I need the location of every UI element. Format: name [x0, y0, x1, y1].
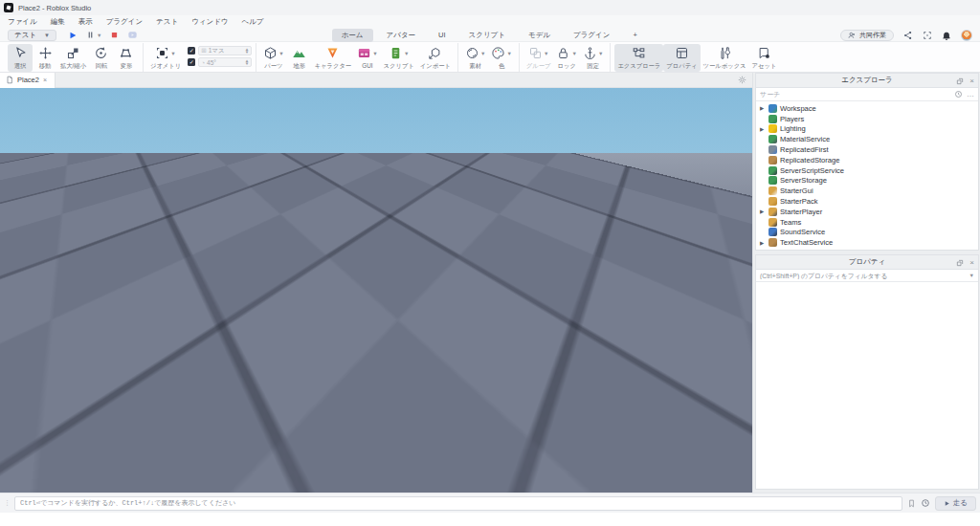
spawn-platform[interactable]: [285, 252, 461, 360]
script-button[interactable]: ▼ スクリプト: [381, 44, 417, 72]
scale-tool-button[interactable]: 拡大/縮小: [57, 44, 89, 72]
command-input[interactable]: [14, 496, 902, 511]
material-sphere-icon: [465, 46, 479, 60]
close-panel-icon[interactable]: ×: [969, 258, 974, 267]
document-icon: [6, 76, 13, 84]
collaborate-button[interactable]: 共同作業: [840, 30, 894, 41]
gui-button[interactable]: ▼ GUI: [354, 44, 380, 70]
explorer-item-startergui[interactable]: ▶ StarterGui: [756, 186, 978, 196]
tab-ui[interactable]: UI: [429, 29, 456, 41]
expand-arrow-icon[interactable]: ▶: [760, 105, 766, 111]
instance-class-icon: [768, 186, 777, 195]
material-button[interactable]: ▼ 素材: [462, 44, 488, 72]
close-tab-icon[interactable]: ×: [43, 77, 47, 83]
explorer-item-players[interactable]: ▶ Players: [756, 114, 978, 124]
menu-item[interactable]: ファイル: [8, 17, 37, 27]
anchor-button[interactable]: ▼ 固定: [580, 44, 606, 72]
close-panel-icon[interactable]: ×: [969, 77, 974, 85]
import-button[interactable]: インポート: [417, 44, 454, 72]
ribbon-tab-strip: ホームアバターUIスクリプトモデルプラグイン+: [332, 29, 647, 42]
transform-tool-button[interactable]: 変形: [114, 44, 139, 72]
explorer-item-serverscriptservice[interactable]: ▶ ServerScriptService: [756, 165, 978, 176]
tab-plugins[interactable]: プラグイン: [564, 29, 619, 42]
history-icon[interactable]: [921, 498, 930, 508]
move-tool-button[interactable]: 移動: [33, 44, 57, 72]
properties-panel-button[interactable]: プロパティ: [663, 44, 700, 72]
properties-filter-input[interactable]: [760, 273, 969, 279]
explorer-item-workspace[interactable]: ▶ Workspace: [756, 103, 978, 114]
tab-add[interactable]: +: [623, 29, 646, 41]
bookmark-icon[interactable]: [907, 499, 916, 508]
menu-item[interactable]: 編集: [51, 17, 65, 27]
tab-home[interactable]: ホーム: [332, 29, 373, 42]
stop-button[interactable]: [110, 31, 119, 39]
expand-arrow-icon[interactable]: ▶: [760, 208, 766, 214]
menu-item[interactable]: ウィンドウ: [191, 17, 228, 27]
more-options-icon[interactable]: …: [967, 93, 974, 97]
chevron-down-icon[interactable]: ▼: [969, 273, 974, 278]
test-mode-dropdown[interactable]: テスト▼: [8, 30, 56, 41]
explorer-panel-header[interactable]: エクスプローラ ×: [756, 74, 978, 88]
explorer-item-serverstorage[interactable]: ▶ ServerStorage: [756, 176, 978, 186]
explorer-item-starterplayer[interactable]: ▶ StarterPlayer: [756, 207, 978, 217]
menu-item[interactable]: テスト: [156, 17, 178, 27]
instance-class-icon: [768, 156, 777, 164]
float-panel-icon[interactable]: [956, 77, 964, 85]
character-button[interactable]: キャラクター: [312, 44, 355, 72]
scale-icon: [66, 46, 80, 60]
color-button[interactable]: ▼ 色: [488, 44, 514, 72]
notifications-bell-icon[interactable]: [942, 31, 951, 40]
viewport-3d[interactable]: [0, 88, 752, 493]
geometry-button[interactable]: ▼ ジオメトリ: [147, 44, 184, 72]
float-panel-icon[interactable]: [956, 259, 964, 267]
explorer-item-textchatservice[interactable]: ▶ TextChatService: [756, 237, 978, 248]
tab-script[interactable]: スクリプト: [459, 29, 515, 42]
expand-arrow-icon[interactable]: ▶: [760, 126, 766, 132]
explorer-item-soundservice[interactable]: ▶ SoundService: [756, 228, 978, 238]
group-button[interactable]: ▼ グループ: [523, 44, 554, 72]
explorer-item-materialservice[interactable]: ▶ MaterialService: [756, 134, 978, 144]
cursor-icon: [13, 46, 28, 60]
tab-model[interactable]: モデル: [519, 29, 560, 42]
rotate-tool-button[interactable]: 回転: [89, 44, 114, 72]
viewport-settings-gear-icon[interactable]: [738, 76, 746, 84]
asset-manager-button[interactable]: アセット: [749, 44, 780, 72]
menu-item[interactable]: ヘルプ: [242, 17, 264, 27]
snap-rotate-stepper[interactable]: ▲▼: [245, 59, 249, 65]
share-icon[interactable]: [903, 31, 913, 40]
explorer-item-teams[interactable]: ▶ Teams: [756, 217, 978, 228]
explorer-item-lighting[interactable]: ▶ Lighting: [756, 124, 978, 135]
capture-icon[interactable]: [923, 31, 932, 40]
snap-move-stepper[interactable]: ▲▼: [245, 48, 249, 54]
chevron-down-icon: ▼: [372, 51, 377, 56]
snap-rotate-checkbox[interactable]: ✓: [188, 58, 195, 66]
terrain-button[interactable]: 地形: [287, 44, 312, 72]
select-tool-button[interactable]: 選択: [8, 44, 33, 72]
menu-item[interactable]: プラグイン: [106, 17, 143, 27]
quickbar-right: 共同作業: [840, 30, 972, 41]
drag-handle-icon[interactable]: ⋮: [4, 499, 10, 507]
snap-rotate-field[interactable]: ◔ 45° ▲▼: [198, 57, 252, 67]
properties-panel-header[interactable]: プロパティ ×: [756, 255, 978, 270]
resume-button[interactable]: [127, 30, 138, 40]
pause-button[interactable]: ▼: [86, 31, 101, 39]
tab-avatar[interactable]: アバター: [377, 29, 426, 42]
expand-arrow-icon[interactable]: ▶: [760, 240, 766, 246]
lock-button[interactable]: ▼ ロック: [553, 44, 579, 72]
snap-move-field[interactable]: ⊞ 1マス ▲▼: [198, 46, 252, 55]
run-command-button[interactable]: 走る: [935, 496, 976, 511]
toolbox-panel-button[interactable]: ツールボックス: [701, 44, 749, 72]
user-avatar[interactable]: [961, 30, 972, 41]
play-button[interactable]: [68, 31, 78, 40]
explorer-item-replicatedfirst[interactable]: ▶ ReplicatedFirst: [756, 144, 978, 155]
place-document-tab[interactable]: Place2 ×: [0, 73, 56, 88]
explorer-item-starterpack[interactable]: ▶ StarterPack: [756, 196, 978, 207]
snap-move-checkbox[interactable]: ✓: [188, 47, 195, 55]
explorer-item-replicatedstorage[interactable]: ▶ ReplicatedStorage: [756, 155, 978, 165]
explorer-panel-button[interactable]: エクスプローラ: [614, 44, 663, 72]
part-button[interactable]: ▼ パーツ: [260, 44, 286, 72]
search-history-icon[interactable]: [954, 90, 963, 99]
geometry-icon: [155, 46, 169, 60]
explorer-search-input[interactable]: [760, 91, 950, 98]
menu-item[interactable]: 表示: [78, 17, 93, 27]
